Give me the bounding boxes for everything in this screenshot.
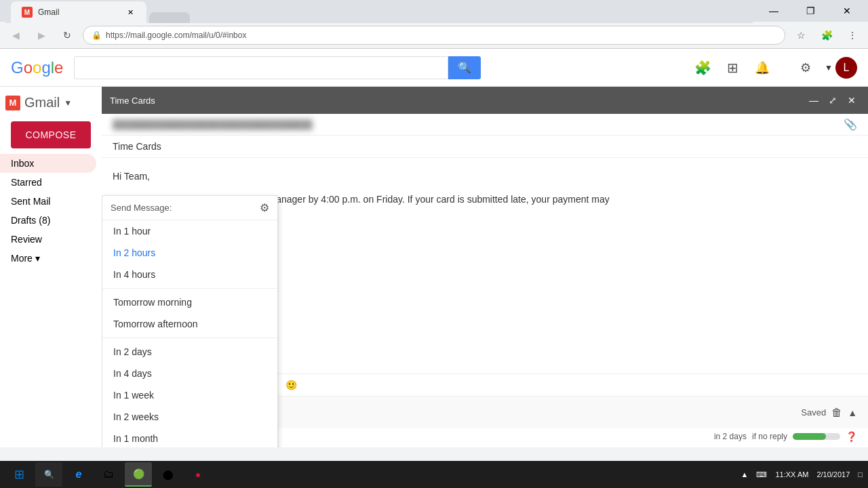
taskbar-right: ▲ ⌨ 11:XX AM 2/10/2017 □ — [741, 470, 863, 479]
sidebar-item-starred[interactable]: Starred — [0, 173, 96, 192]
send-message-label: Send Message: — [111, 203, 172, 213]
url-bar[interactable]: 🔒 https://mail.google.com/mail/u/0/#inbo… — [83, 26, 785, 45]
inbox-label: Inbox — [11, 158, 34, 169]
snooze-group1: In 1 hour In 2 hours In 4 hours — [102, 220, 277, 285]
account-area[interactable]: ▼ L — [825, 57, 857, 79]
extension-btn[interactable]: 🧩 — [816, 25, 837, 45]
dialog-minimize-btn[interactable]: — — [806, 92, 822, 108]
taskbar-ie[interactable]: e — [65, 462, 92, 487]
red-app-icon: ● — [195, 469, 201, 480]
tab-gmail[interactable]: M Gmail ✕ — [11, 1, 146, 23]
in-2-days-text: in 2 days — [714, 432, 747, 441]
taskbar-up-arrow[interactable]: ▲ — [741, 470, 749, 479]
tab-new[interactable] — [149, 12, 190, 23]
taskbar-red[interactable]: ● — [184, 462, 212, 487]
taskbar-date: 2/10/2017 — [816, 470, 850, 479]
header-right: 🧩 ⊞ 🔔 ⚙ ▼ L — [692, 57, 857, 79]
gmail-area: M Gmail ▼ COMPOSE Inbox Starred Sent Mai… — [0, 87, 868, 447]
google-header: Google 🔍 🧩 ⊞ 🔔 ⚙ ▼ L — [0, 49, 868, 87]
ie-icon: e — [76, 468, 82, 481]
bookmark-btn[interactable]: ☆ — [791, 25, 811, 45]
gmail-arrow[interactable]: ▼ — [64, 98, 72, 108]
snooze-2weeks[interactable]: In 2 weeks — [102, 406, 277, 428]
send-config: in 2 days if no reply ❓ — [714, 431, 857, 442]
window-controls: — ❐ ✕ — [758, 0, 863, 22]
tab-favicon: M — [22, 7, 33, 18]
snooze-popup: Send Message: ⚙ In 1 hour In 2 hours In … — [102, 195, 278, 447]
dialog-restore-btn[interactable]: ⤢ — [825, 92, 841, 108]
settings-icon[interactable]: ⚙ — [795, 57, 816, 79]
taskbar-search[interactable]: 🔍 — [35, 462, 62, 487]
account-btn[interactable]: ▼ — [825, 63, 833, 73]
snooze-4hours[interactable]: In 4 hours — [102, 264, 277, 285]
footer-right: Saved 🗑 ▲ — [801, 407, 857, 419]
apps-icon[interactable]: ⊞ — [722, 57, 743, 79]
taskbar-chrome[interactable]: ⬤ — [155, 462, 182, 487]
search-input[interactable] — [74, 56, 448, 79]
taskbar-chrome-green[interactable]: 🟢 — [125, 462, 152, 487]
delete-icon[interactable]: 🗑 — [831, 407, 842, 419]
emoji-btn[interactable]: 🙂 — [281, 377, 301, 393]
greeting: Hi Team, — [113, 169, 857, 184]
header-search[interactable]: 🔍 — [74, 56, 481, 79]
close-btn[interactable]: ✕ — [831, 0, 863, 22]
dialog-close-btn[interactable]: ✕ — [844, 92, 860, 108]
sidebar-item-sent[interactable]: Sent Mail — [0, 192, 96, 211]
tab-close-btn[interactable]: ✕ — [125, 7, 136, 18]
snooze-tomorrow-morning[interactable]: Tomorrow morning — [102, 291, 277, 313]
snooze-4days[interactable]: In 4 days — [102, 363, 277, 384]
keyboard-icon: ⌨ — [756, 470, 767, 479]
url-text: https://mail.google.com/mail/u/0/#inbox — [106, 30, 776, 40]
start-button[interactable]: ⊞ — [5, 461, 33, 488]
dialog-title: Time Cards — [110, 96, 806, 106]
snooze-1month[interactable]: In 1 month — [102, 428, 277, 447]
sidebar-item-more[interactable]: More ▾ — [0, 249, 96, 268]
sidebar-item-review[interactable]: Review — [0, 230, 96, 249]
divider2 — [102, 338, 277, 338]
saved-text: Saved — [801, 407, 826, 418]
snooze-2days[interactable]: In 2 days — [102, 341, 277, 363]
notification-area[interactable]: □ — [858, 470, 863, 479]
snooze-1week[interactable]: In 1 week — [102, 384, 277, 406]
google-logo: Google — [11, 58, 63, 77]
explorer-icon: 🗂 — [103, 468, 114, 481]
gmail-brand: M Gmail ▼ — [0, 92, 102, 116]
user-avatar[interactable]: L — [835, 57, 857, 79]
taskbar: ⊞ 🔍 e 🗂 🟢 ⬤ ● ▲ ⌨ 11:XX AM 2/10/2017 □ — [0, 461, 868, 488]
drafts-label: Drafts (8) — [11, 215, 50, 226]
attachment-icon[interactable]: 📎 — [844, 118, 857, 131]
divider1 — [102, 288, 277, 289]
taskbar-explorer[interactable]: 🗂 — [95, 462, 122, 487]
snooze-tomorrow-afternoon[interactable]: Tomorrow afternoon — [102, 313, 277, 335]
snooze-2hours[interactable]: In 2 hours — [102, 242, 277, 264]
tab-label: Gmail — [38, 7, 59, 17]
snooze-gear-icon[interactable]: ⚙ — [260, 201, 269, 214]
back-btn[interactable]: ◀ — [5, 25, 26, 45]
gmail-text: Gmail — [24, 95, 60, 110]
taskbar-time: 11:XX AM — [775, 470, 808, 479]
compose-button[interactable]: COMPOSE — [11, 121, 91, 148]
restore-btn[interactable]: ❐ — [795, 0, 826, 22]
sidebar-item-inbox[interactable]: Inbox — [0, 154, 96, 173]
puzzle-icon[interactable]: 🧩 — [692, 57, 713, 79]
search-button[interactable]: 🔍 — [448, 56, 481, 79]
progress-bar — [793, 433, 840, 440]
more-label: More ▾ — [11, 253, 40, 264]
notifications-icon[interactable]: 🔔 — [751, 57, 773, 79]
dialog-titlebar: Time Cards — ⤢ ✕ — [102, 87, 868, 114]
starred-label: Starred — [11, 177, 42, 188]
help-icon[interactable]: ❓ — [846, 431, 857, 442]
expand-icon[interactable]: ▲ — [848, 407, 857, 418]
refresh-btn[interactable]: ↻ — [57, 25, 77, 45]
subject-row: Time Cards — [102, 136, 868, 158]
menu-btn[interactable]: ⋮ — [842, 25, 863, 45]
chrome-icon2: ⬤ — [163, 469, 174, 480]
sidebar-item-drafts[interactable]: Drafts (8) — [0, 211, 96, 230]
lock-icon: 🔒 — [92, 30, 102, 40]
forward-btn[interactable]: ▶ — [31, 25, 52, 45]
gmail-logo: M — [5, 96, 20, 110]
minimize-btn[interactable]: — — [758, 0, 789, 22]
snooze-1hour[interactable]: In 1 hour — [102, 220, 277, 242]
review-label: Review — [11, 234, 42, 245]
to-field-blurred: ████████████████████████████████ — [113, 119, 844, 129]
